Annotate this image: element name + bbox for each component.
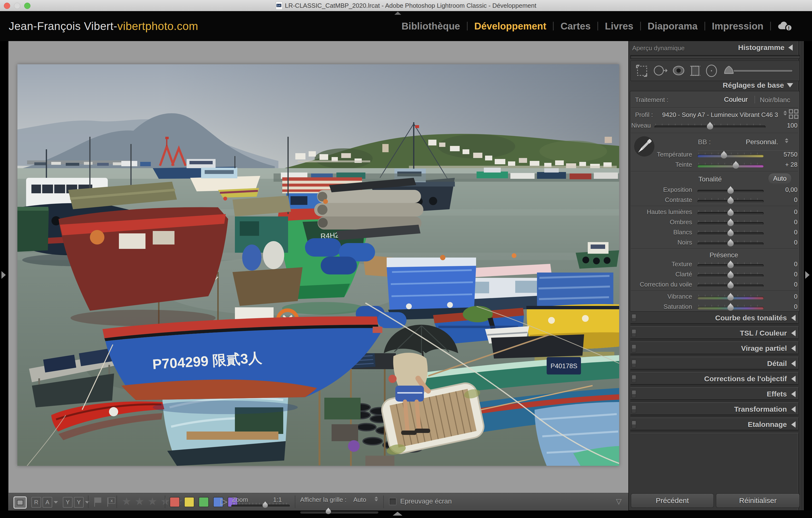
- treatment-bw-option[interactable]: Noir/blanc: [760, 96, 790, 104]
- vibrance-value[interactable]: 0: [764, 293, 798, 300]
- module-book[interactable]: Livres: [605, 21, 633, 32]
- zoom-slider[interactable]: [231, 502, 290, 509]
- reject-flag-icon[interactable]: x: [106, 497, 115, 507]
- profile-value[interactable]: 9420 - Sony A7 - Lumineux Vibrant C46 3: [662, 111, 778, 119]
- spot-removal-tool-icon[interactable]: [654, 66, 667, 75]
- compare-split-button[interactable]: YY: [63, 497, 89, 508]
- panel-header-detail[interactable]: Détail: [630, 358, 799, 369]
- contrast-slider[interactable]: [697, 196, 764, 204]
- right-panel-toggle-icon[interactable]: [805, 271, 810, 279]
- panel-collapse-icon[interactable]: [791, 315, 795, 321]
- histogram-header[interactable]: Histogramme: [628, 43, 798, 52]
- exposure-slider[interactable]: [697, 186, 764, 194]
- panel-switch-icon[interactable]: [632, 329, 636, 337]
- panel-switch-icon[interactable]: [632, 421, 636, 428]
- module-print[interactable]: Impression: [712, 21, 763, 32]
- toolbar-options-icon[interactable]: ▽: [616, 497, 621, 506]
- basic-panel-header[interactable]: Réglages de base: [628, 81, 798, 90]
- color-label-green[interactable]: [199, 497, 209, 507]
- crop-tool-icon[interactable]: [637, 65, 647, 77]
- texture-slider[interactable]: [697, 260, 764, 268]
- wb-value[interactable]: Personnal.: [746, 138, 778, 146]
- before-after-dropdown-icon[interactable]: [54, 501, 58, 504]
- panel-collapse-icon[interactable]: [791, 376, 795, 382]
- panel-collapse-icon[interactable]: [791, 361, 795, 367]
- identity-plate[interactable]: Jean-François Vibert - vibertphoto.com: [9, 11, 198, 41]
- pick-flag-icon[interactable]: [93, 497, 102, 507]
- dehaze-value[interactable]: 0: [764, 281, 798, 288]
- shadows-value[interactable]: 0: [764, 218, 798, 226]
- photo-loupe-view[interactable]: SHUN LEE 2 65 P R4H28C: [18, 64, 619, 466]
- panel-switch-icon[interactable]: [632, 314, 636, 322]
- grid-stepper-icon[interactable]: [375, 496, 378, 501]
- panel-collapse-icon[interactable]: [791, 421, 795, 428]
- panel-header-lens-corrections[interactable]: Corrections de l'objectif: [630, 373, 799, 384]
- panel-switch-icon[interactable]: [632, 344, 636, 352]
- color-label-yellow[interactable]: [184, 497, 194, 507]
- graduated-filter-tool-icon[interactable]: [690, 66, 700, 75]
- module-library[interactable]: Bibliothèque: [401, 21, 460, 32]
- blacks-value[interactable]: 0: [764, 239, 798, 246]
- clarity-value[interactable]: 0: [764, 271, 798, 278]
- clarity-slider[interactable]: [697, 270, 764, 278]
- dehaze-slider[interactable]: [697, 280, 764, 288]
- grid-value[interactable]: Auto: [353, 496, 366, 504]
- star-icon[interactable]: ★: [148, 495, 157, 507]
- saturation-value[interactable]: 0: [764, 303, 798, 310]
- histogram-collapsed-strip[interactable]: [630, 55, 801, 59]
- wb-stepper-icon[interactable]: [785, 138, 788, 143]
- previous-button[interactable]: Précédent: [631, 493, 714, 508]
- panel-header-tone-curve[interactable]: Courbe des tonalités: [630, 313, 799, 323]
- panel-collapse-icon[interactable]: [791, 345, 795, 352]
- red-eye-tool-icon[interactable]: [673, 66, 684, 75]
- treatment-color-option[interactable]: Couleur: [724, 96, 748, 103]
- profile-browser-icon[interactable]: [788, 109, 799, 119]
- color-label-red[interactable]: [170, 497, 180, 507]
- before-after-button[interactable]: RA: [31, 497, 58, 508]
- soft-proof-checkbox[interactable]: [389, 498, 396, 505]
- amount-value[interactable]: 100: [765, 122, 798, 129]
- star-icon[interactable]: ★: [135, 495, 144, 507]
- loupe-view-button[interactable]: [13, 496, 27, 509]
- compare-dropdown-icon[interactable]: [85, 501, 89, 504]
- temperature-slider[interactable]: [697, 150, 764, 158]
- grid-slider[interactable]: [300, 509, 378, 515]
- panel-switch-icon[interactable]: [632, 405, 636, 413]
- panel-switch-icon[interactable]: [632, 360, 636, 367]
- profile-stepper-icon[interactable]: [783, 111, 787, 116]
- window-titlebar[interactable]: Lrc LR-CLASSIC_CatMBP_2020.lrcat - Adobe…: [0, 0, 812, 11]
- tint-value[interactable]: + 28: [764, 161, 798, 169]
- panel-header-transform[interactable]: Transformation: [630, 404, 799, 415]
- module-slideshow[interactable]: Diaporama: [648, 21, 698, 32]
- tone-auto-button[interactable]: Auto: [768, 173, 792, 184]
- panel-collapse-icon[interactable]: [791, 391, 795, 397]
- module-map[interactable]: Cartes: [560, 21, 591, 32]
- histogram-collapse-icon[interactable]: [788, 44, 793, 51]
- whites-slider[interactable]: [697, 228, 764, 236]
- panel-header-hsl-color[interactable]: TSL / Couleur: [630, 328, 799, 338]
- exposure-value[interactable]: 0,00: [764, 186, 798, 193]
- panel-header-split-toning[interactable]: Virage partiel: [630, 343, 799, 354]
- highlights-slider[interactable]: [697, 208, 764, 216]
- tint-slider[interactable]: [697, 160, 764, 169]
- vibrance-slider[interactable]: [697, 292, 764, 301]
- panel-switch-icon[interactable]: [632, 375, 636, 383]
- temperature-value[interactable]: 5750: [764, 151, 798, 158]
- shadows-slider[interactable]: [697, 218, 764, 226]
- left-panel-toggle-icon[interactable]: [1, 271, 6, 279]
- filmstrip-toggle-icon[interactable]: [393, 512, 402, 516]
- play-slideshow-icon[interactable]: ▷: [221, 496, 227, 507]
- top-panel-toggle-icon[interactable]: [395, 11, 401, 15]
- panel-header-calibration[interactable]: Etalonnage: [630, 419, 799, 430]
- panel-switch-icon[interactable]: [632, 390, 636, 398]
- saturation-slider[interactable]: [697, 303, 764, 311]
- texture-value[interactable]: 0: [764, 261, 798, 268]
- module-develop[interactable]: Développement: [474, 21, 546, 32]
- adjustment-brush-tool-icon[interactable]: [725, 66, 793, 73]
- panel-collapse-icon[interactable]: [791, 406, 795, 413]
- panel-collapse-icon[interactable]: [791, 330, 795, 336]
- star-icon[interactable]: ★: [161, 495, 170, 507]
- radial-filter-tool-icon[interactable]: [706, 65, 717, 77]
- cloud-sync-alert-icon[interactable]: !: [778, 21, 793, 32]
- blacks-slider[interactable]: [697, 238, 764, 246]
